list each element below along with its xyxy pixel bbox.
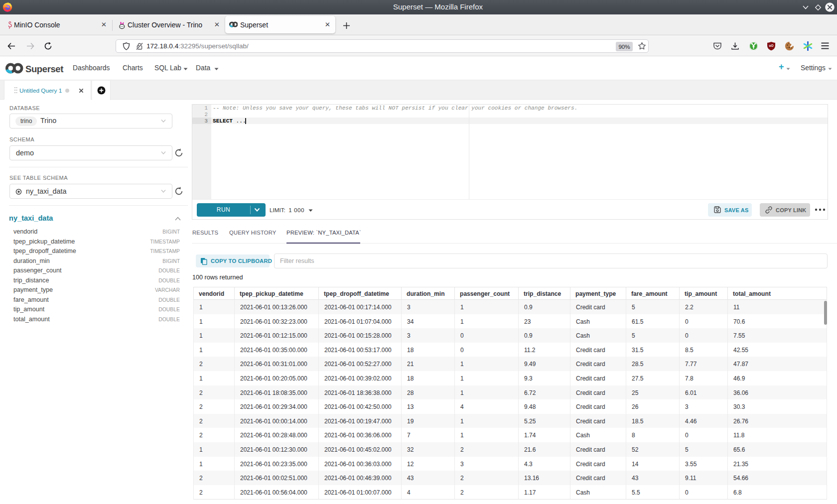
svg-text:uO: uO: [769, 44, 773, 47]
